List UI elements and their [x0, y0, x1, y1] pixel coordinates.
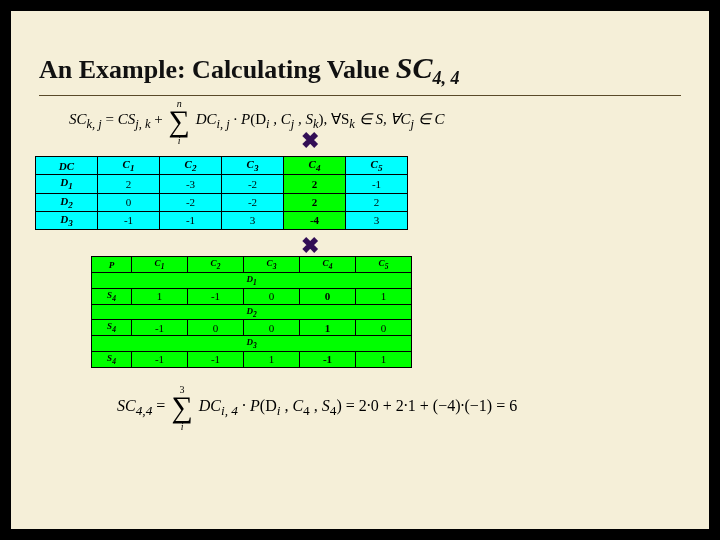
- cell: -1: [132, 320, 188, 336]
- f1-lhs-sub: k, j: [87, 118, 102, 132]
- cell: 3: [346, 211, 408, 229]
- r0l: D: [60, 176, 68, 188]
- cell: 0: [98, 193, 160, 211]
- formula-top: SCk, j = CSj, k + n ∑ i DCi, j · P(Di , …: [69, 106, 681, 136]
- g0ds: 1: [253, 278, 257, 287]
- sig2-bot: i: [181, 421, 184, 432]
- sigma-icon: ∑: [169, 106, 190, 136]
- table-header-row: DC C1 C2 C3 C4 C5: [36, 157, 408, 175]
- f1-c2: , S: [294, 112, 313, 128]
- h1s: 1: [130, 163, 135, 173]
- cell: -1: [188, 351, 244, 367]
- cell: 1: [356, 288, 412, 304]
- cell: 3: [222, 211, 284, 229]
- g0ls: 4: [112, 294, 116, 303]
- row-label: D3: [36, 211, 98, 229]
- title-sc: SC: [396, 51, 433, 84]
- f1-eq: =: [106, 112, 118, 128]
- title-sub: 4, 4: [433, 68, 460, 88]
- f1-in2: ∈ C: [414, 112, 445, 128]
- p-h3s: 3: [273, 262, 277, 271]
- table-row: D2 0 -2 -2 2 2: [36, 193, 408, 211]
- cell: 0: [188, 320, 244, 336]
- h0: DC: [59, 160, 74, 172]
- p-h5s: 5: [385, 262, 389, 271]
- f2-c2: , S: [310, 397, 330, 414]
- cell: -3: [160, 175, 222, 193]
- table-row: D3 -1 -1 3 -4 3: [36, 211, 408, 229]
- col-header: C1: [132, 257, 188, 273]
- g1ls: 4: [112, 325, 116, 334]
- cell: 2: [346, 193, 408, 211]
- sigma-1: n ∑ i: [169, 106, 190, 136]
- cell: -2: [160, 193, 222, 211]
- r0s: 1: [68, 182, 73, 192]
- dc-header: DC: [36, 157, 98, 175]
- title-row: An Example: Calculating Value SC4, 4: [39, 51, 681, 96]
- f1-cs-sub: j, k: [135, 118, 150, 132]
- table-row: D1 2 -3 -2 2 -1: [36, 175, 408, 193]
- cell: 1: [356, 351, 412, 367]
- p-h1s: 1: [161, 262, 165, 271]
- cell: -1: [132, 351, 188, 367]
- cell-hl: 2: [284, 193, 346, 211]
- col-header-hl: C4: [300, 257, 356, 273]
- col-header: C3: [222, 157, 284, 175]
- h3: C: [247, 158, 254, 170]
- f2-lhs-sub: 4,4: [136, 403, 153, 418]
- sigma-2: 3 ∑ i: [171, 392, 192, 422]
- r2l: D: [60, 213, 68, 225]
- f1-dc-sub: i, j: [217, 118, 230, 132]
- f2-c1: , C: [280, 397, 303, 414]
- f1-c1: , C: [269, 112, 290, 128]
- h5s: 5: [378, 163, 383, 173]
- f1-plus: +: [154, 112, 166, 128]
- g1ds: 2: [253, 309, 257, 318]
- f2-dc: DC: [199, 397, 221, 414]
- h2s: 2: [192, 163, 197, 173]
- d3-label: D3: [92, 336, 412, 352]
- cell: -2: [222, 175, 284, 193]
- d1-label: D1: [92, 272, 412, 288]
- cell: 0: [244, 288, 300, 304]
- cell-hl: -1: [300, 351, 356, 367]
- cell: -2: [222, 193, 284, 211]
- f2-eq: =: [156, 397, 169, 414]
- cell: -1: [98, 211, 160, 229]
- f1-close: ), ∀S: [319, 112, 350, 128]
- f2-pargs: (D: [260, 397, 277, 414]
- f1-lhs: SC: [69, 112, 87, 128]
- h4: C: [309, 158, 316, 170]
- g2ls: 4: [112, 357, 116, 366]
- h2: C: [185, 158, 192, 170]
- table-header-row: P C1 C2 C3 C4 C5: [92, 257, 412, 273]
- h4s: 4: [316, 163, 321, 173]
- sig1-bot: i: [178, 135, 181, 146]
- slide: An Example: Calculating Value SC4, 4 SCk…: [10, 10, 710, 530]
- cell: 0: [356, 320, 412, 336]
- row-label: D1: [36, 175, 98, 193]
- p-h4s: 4: [329, 262, 333, 271]
- cell: 1: [244, 351, 300, 367]
- f2-dot: ·: [242, 397, 250, 414]
- f1-cs: CS: [118, 112, 136, 128]
- col-header-hl: C4: [284, 157, 346, 175]
- f2-p: P: [250, 397, 260, 414]
- f1-dot: ·: [233, 112, 241, 128]
- p-corner: P: [92, 257, 132, 273]
- row-label: S4: [92, 288, 132, 304]
- col-header: C2: [188, 257, 244, 273]
- h1: C: [123, 158, 130, 170]
- cell-hl: 1: [300, 320, 356, 336]
- f2-close: ) =: [336, 397, 354, 414]
- col-header: C5: [346, 157, 408, 175]
- d-subheader: D1: [92, 272, 412, 288]
- f2-rhs: 2·0 + 2·1 + (−4)·(−1) = 6: [359, 397, 517, 414]
- cell: -1: [160, 211, 222, 229]
- title-prefix: An Example: Calculating Value: [39, 55, 396, 84]
- page-title: An Example: Calculating Value SC4, 4: [39, 51, 681, 89]
- cell: 0: [244, 320, 300, 336]
- sig1-top: n: [177, 98, 182, 109]
- d-subheader: D2: [92, 304, 412, 320]
- f1-pargs: (D: [250, 112, 266, 128]
